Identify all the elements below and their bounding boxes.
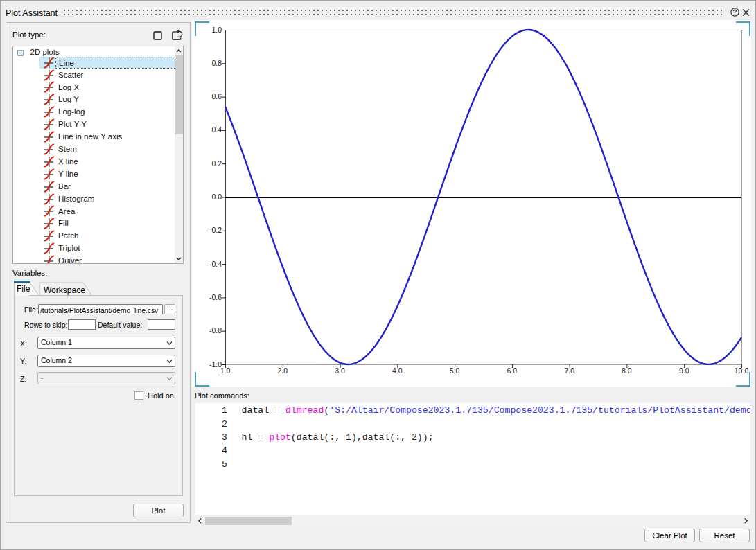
svg-text:5.0: 5.0 bbox=[450, 366, 460, 375]
svg-text:0.4: 0.4 bbox=[211, 125, 222, 134]
svg-text:0.8: 0.8 bbox=[211, 59, 222, 67]
svg-text:6.0: 6.0 bbox=[507, 366, 518, 375]
svg-text:0.6: 0.6 bbox=[211, 92, 222, 100]
svg-text:3.0: 3.0 bbox=[335, 366, 345, 375]
svg-text:-0.8: -0.8 bbox=[209, 326, 222, 335]
svg-text:9.0: 9.0 bbox=[679, 366, 689, 375]
svg-text:1.0: 1.0 bbox=[211, 26, 222, 34]
svg-text:-0.6: -0.6 bbox=[209, 293, 222, 301]
svg-text:-0.2: -0.2 bbox=[209, 226, 222, 234]
svg-text:7.0: 7.0 bbox=[564, 366, 574, 375]
svg-text:-0.4: -0.4 bbox=[209, 260, 222, 268]
svg-text:0.0: 0.0 bbox=[211, 193, 222, 201]
svg-text:2.0: 2.0 bbox=[277, 366, 288, 375]
svg-text:0.2: 0.2 bbox=[211, 159, 222, 168]
svg-text:8.0: 8.0 bbox=[622, 366, 632, 375]
svg-text:1.0: 1.0 bbox=[220, 366, 231, 375]
svg-text:4.0: 4.0 bbox=[392, 366, 403, 375]
